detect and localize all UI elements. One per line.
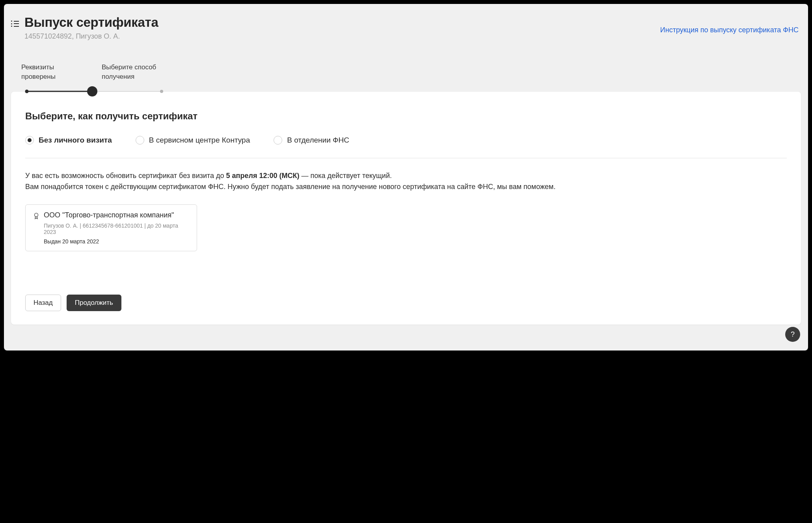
radio-label: В отделении ФНС xyxy=(287,136,349,145)
info-line2: Вам понадобится токен с действующим серт… xyxy=(25,183,555,191)
menu-icon[interactable] xyxy=(11,20,19,27)
stepper-dot-1 xyxy=(25,89,29,93)
certificate-meta: Пигузов О. А. | 6612345678-661201001 | д… xyxy=(44,223,190,235)
step-label-1: Реквизиты проверены xyxy=(21,63,80,82)
radio-label: В сервисном центре Контура xyxy=(149,136,250,145)
info-prefix: У вас есть возможность обновить сертифик… xyxy=(25,172,226,180)
app-container: Выпуск сертификата 145571024892, Пигузов… xyxy=(4,4,808,351)
radio-option-service-center[interactable]: В сервисном центре Контура xyxy=(136,136,250,145)
info-deadline: 5 апреля 12:00 (МСК) xyxy=(226,172,300,180)
stepper: Реквизиты проверены Выберите способ полу… xyxy=(11,63,801,94)
info-after: — пока действует текущий. xyxy=(299,172,392,180)
stepper-labels: Реквизиты проверены Выберите способ полу… xyxy=(21,63,791,82)
certificate-header: ООО "Торгово-транспортная компания" xyxy=(33,211,190,219)
header-title-group: Выпуск сертификата 145571024892, Пигузов… xyxy=(24,15,158,41)
instruction-link[interactable]: Инструкция по выпуску сертификата ФНС xyxy=(660,26,799,34)
card-title: Выберите, как получить сертификат xyxy=(25,111,787,122)
radio-option-no-visit[interactable]: Без личного визита xyxy=(25,136,112,145)
radio-icon xyxy=(25,136,34,145)
certificate-issued: Выдан 20 марта 2022 xyxy=(44,238,190,245)
stepper-dot-3 xyxy=(160,90,163,93)
radio-option-fns[interactable]: В отделении ФНС xyxy=(274,136,349,145)
header: Выпуск сертификата 145571024892, Пигузов… xyxy=(11,11,801,41)
continue-button[interactable]: Продолжить xyxy=(67,295,121,311)
page-title: Выпуск сертификата xyxy=(24,15,158,30)
radio-icon xyxy=(274,136,282,145)
radio-icon xyxy=(136,136,144,145)
certificate-company: ООО "Торгово-транспортная компания" xyxy=(44,211,174,219)
main-card: Выберите, как получить сертификат Без ли… xyxy=(11,92,801,325)
button-row: Назад Продолжить xyxy=(25,295,787,311)
help-button[interactable]: ? xyxy=(785,327,800,342)
certificate-icon xyxy=(33,212,40,219)
radio-label: Без личного визита xyxy=(39,136,112,145)
stepper-track xyxy=(21,89,791,94)
page-subtitle: 145571024892, Пигузов О. А. xyxy=(24,32,158,41)
back-button[interactable]: Назад xyxy=(25,295,61,311)
header-left: Выпуск сертификата 145571024892, Пигузов… xyxy=(11,15,158,41)
svg-point-0 xyxy=(35,213,38,217)
step-label-2: Выберите способ получения xyxy=(102,63,161,82)
info-text: У вас есть возможность обновить сертифик… xyxy=(25,170,787,193)
radio-group: Без личного визита В сервисном центре Ко… xyxy=(25,136,787,158)
stepper-dot-2-active xyxy=(87,86,97,96)
certificate-card: ООО "Торгово-транспортная компания" Пигу… xyxy=(25,204,197,251)
